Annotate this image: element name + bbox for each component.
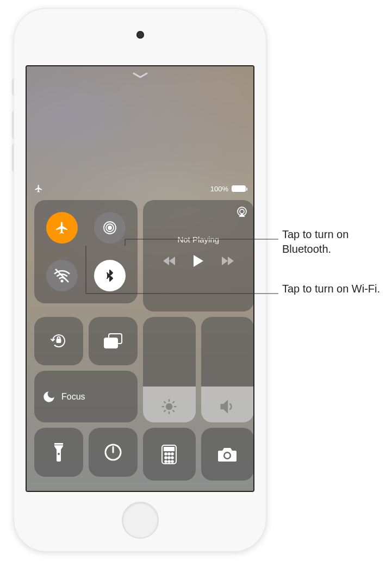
chevron-down-icon[interactable] bbox=[132, 72, 148, 79]
media-platter[interactable]: Not Playing bbox=[143, 200, 254, 311]
screen-mirroring-button[interactable] bbox=[89, 317, 138, 366]
volume-slider[interactable] bbox=[201, 317, 254, 423]
airdrop-toggle[interactable] bbox=[94, 212, 126, 244]
orientation-lock-toggle[interactable] bbox=[34, 317, 83, 366]
svg-point-10 bbox=[166, 404, 172, 409]
svg-point-33 bbox=[168, 460, 170, 463]
brightness-icon bbox=[161, 398, 177, 415]
flashlight-button[interactable] bbox=[34, 428, 83, 477]
front-camera bbox=[136, 31, 144, 39]
svg-point-30 bbox=[168, 457, 170, 459]
svg-rect-21 bbox=[54, 445, 63, 445]
svg-point-29 bbox=[165, 457, 167, 459]
svg-point-0 bbox=[108, 226, 111, 229]
bluetooth-toggle[interactable] bbox=[94, 260, 126, 291]
battery-percent: 100% bbox=[210, 185, 228, 193]
svg-point-32 bbox=[165, 460, 167, 463]
volume-down-button bbox=[12, 144, 14, 171]
svg-point-36 bbox=[225, 453, 230, 458]
callouts: Tap to turn on Bluetooth. Tap to turn on… bbox=[269, 0, 383, 561]
svg-rect-25 bbox=[164, 447, 174, 451]
side-button bbox=[12, 79, 14, 95]
screen: 100% bbox=[26, 65, 254, 492]
airplane-mode-toggle[interactable] bbox=[46, 212, 78, 244]
control-center-grid: Not Playing bbox=[34, 200, 246, 469]
brightness-slider[interactable] bbox=[143, 317, 196, 423]
play-icon[interactable] bbox=[192, 254, 204, 268]
svg-rect-7 bbox=[57, 339, 60, 342]
forward-icon[interactable] bbox=[221, 255, 234, 266]
timer-button[interactable] bbox=[89, 428, 138, 477]
moon-icon bbox=[42, 390, 56, 404]
svg-line-17 bbox=[164, 410, 165, 412]
svg-point-27 bbox=[168, 453, 170, 455]
media-controls bbox=[163, 254, 234, 268]
calculator-button[interactable] bbox=[143, 428, 196, 481]
airplane-icon bbox=[34, 184, 43, 193]
svg-point-31 bbox=[171, 457, 173, 459]
battery-icon bbox=[232, 185, 246, 192]
volume-up-button bbox=[12, 111, 14, 139]
svg-point-34 bbox=[171, 460, 173, 463]
svg-point-20 bbox=[58, 453, 60, 455]
connectivity-platter[interactable] bbox=[34, 200, 138, 303]
svg-marker-19 bbox=[221, 401, 227, 412]
svg-line-14 bbox=[173, 410, 174, 412]
device-frame: 100% bbox=[14, 8, 266, 552]
callout-wifi: Tap to turn on Wi-Fi. bbox=[282, 282, 380, 296]
volume-icon bbox=[219, 398, 235, 415]
status-bar: 100% bbox=[34, 183, 246, 194]
focus-button[interactable]: Focus bbox=[34, 371, 138, 422]
svg-point-3 bbox=[61, 280, 63, 282]
svg-point-26 bbox=[165, 453, 167, 455]
wifi-toggle[interactable] bbox=[46, 260, 78, 291]
svg-point-28 bbox=[171, 453, 173, 455]
svg-rect-9 bbox=[104, 338, 117, 348]
callout-bluetooth: Tap to turn on Bluetooth. bbox=[282, 227, 383, 257]
focus-label: Focus bbox=[61, 392, 85, 402]
home-button[interactable] bbox=[122, 502, 159, 539]
camera-button[interactable] bbox=[201, 428, 254, 481]
airplay-icon[interactable] bbox=[235, 205, 248, 219]
rewind-icon[interactable] bbox=[163, 255, 176, 266]
svg-line-13 bbox=[164, 402, 165, 403]
media-title: Not Playing bbox=[177, 235, 219, 244]
svg-line-18 bbox=[173, 402, 174, 403]
